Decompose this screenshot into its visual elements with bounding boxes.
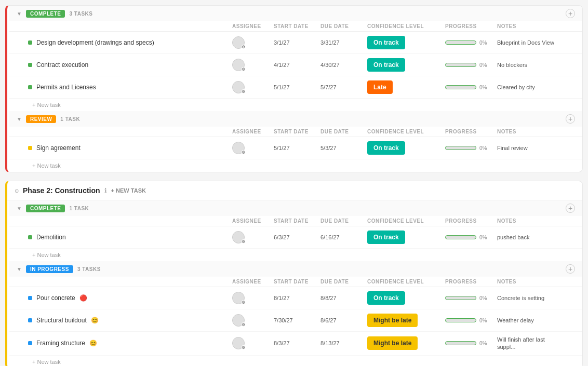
confidence-cell[interactable]: Might be late [367, 314, 445, 327]
col-actions [559, 23, 575, 29]
task-count: 3 TASKS [77, 266, 101, 272]
table-row: Pour concrete 🔴 8/1/27 8/8/27 On track 0… [9, 287, 582, 309]
new-task-link[interactable]: + New task [9, 99, 582, 111]
due-date: 8/8/27 [320, 295, 367, 301]
task-dot [28, 341, 32, 345]
confidence-button[interactable]: Might be late [367, 336, 418, 350]
task-name-cell: Sign agreement [28, 144, 232, 152]
task-name-label: Pour concrete [36, 294, 75, 302]
progress-percent: 0% [479, 85, 487, 90]
status-badge: COMPLETE [26, 10, 65, 18]
due-date: 5/3/27 [320, 145, 367, 151]
avatar[interactable] [232, 36, 245, 49]
confidence-cell[interactable]: Late [367, 80, 445, 94]
new-task-phase-button[interactable]: + NEW TASK [111, 187, 146, 194]
avatar[interactable] [232, 314, 245, 327]
notes-cell: Final review [497, 144, 559, 152]
assignee-cell[interactable] [232, 231, 274, 243]
notes-cell: pushed back [497, 234, 559, 241]
col-confidence: CONFIDENCE LEVEL [367, 23, 445, 29]
notes-cell: Will finish after last suppl... [497, 336, 559, 351]
progress-percent: 0% [479, 318, 487, 323]
progress-bar: 0% [445, 85, 497, 90]
assignee-cell[interactable] [232, 59, 274, 71]
add-task-icon[interactable]: + [566, 264, 575, 274]
col-confidence: CONFIDENCE LEVEL [367, 218, 445, 224]
new-task-link[interactable]: + New task [9, 249, 582, 261]
chevron-down-icon[interactable]: ▼ [17, 11, 22, 17]
new-task-link[interactable]: + New task [9, 356, 582, 366]
confidence-cell[interactable]: On track [367, 58, 445, 72]
phase-section: ▼ COMPLETE 3 TASKS + ASSIGNEE START DATE… [5, 5, 583, 172]
col-task [28, 129, 232, 134]
assignee-cell[interactable] [232, 36, 274, 49]
progress-percent: 0% [479, 235, 487, 240]
col-assignee: ASSIGNEE [232, 279, 274, 284]
notes-cell: No blockers [497, 61, 559, 69]
confidence-cell[interactable]: On track [367, 36, 445, 49]
confidence-button[interactable]: On track [367, 291, 405, 305]
progress-percent: 0% [479, 40, 487, 46]
assignee-cell[interactable] [232, 337, 274, 349]
task-dot [28, 318, 32, 322]
assignee-cell[interactable] [232, 314, 274, 327]
column-headers: ASSIGNEE START DATE DUE DATE CONFIDENCE … [9, 21, 582, 32]
confidence-button[interactable]: On track [367, 58, 405, 72]
avatar[interactable] [232, 231, 245, 243]
progress-bar: 0% [445, 235, 497, 240]
progress-bar-bg [445, 63, 476, 67]
new-task-link[interactable]: + New task [9, 159, 582, 172]
confidence-cell[interactable]: On track [367, 291, 445, 305]
due-date: 6/16/27 [320, 234, 367, 240]
progress-percent: 0% [479, 145, 487, 151]
progress-bar: 0% [445, 318, 497, 323]
phase-section: ⊙ Phase 2: Construction ℹ + NEW TASK ▼ C… [5, 181, 583, 366]
assignee-cell[interactable] [232, 292, 274, 304]
start-date: 5/1/27 [274, 84, 320, 90]
task-dot [28, 63, 32, 67]
avatar[interactable] [232, 81, 245, 93]
avatar[interactable] [232, 59, 245, 71]
col-assignee: ASSIGNEE [232, 129, 274, 134]
col-notes: NOTES [497, 129, 559, 134]
confidence-cell[interactable]: Might be late [367, 336, 445, 350]
add-task-icon[interactable]: + [566, 114, 575, 124]
chevron-down-icon[interactable]: ▼ [17, 116, 22, 122]
confidence-cell[interactable]: On track [367, 231, 445, 244]
chevron-down-icon[interactable]: ▼ [17, 266, 22, 272]
avatar[interactable] [232, 337, 245, 349]
add-task-icon[interactable]: + [566, 9, 575, 18]
col-duedate: DUE DATE [320, 218, 367, 224]
col-actions [559, 279, 575, 284]
confidence-button[interactable]: Late [367, 80, 393, 94]
task-name-cell: Design development (drawings and specs) [28, 39, 232, 46]
progress-bar-bg [445, 40, 476, 45]
avatar[interactable] [232, 292, 245, 304]
task-count: 3 TASKS [69, 11, 92, 17]
add-task-icon[interactable]: + [566, 204, 575, 213]
progress-bar: 0% [445, 145, 497, 151]
col-task [28, 279, 232, 284]
col-confidence: CONFIDENCE LEVEL [367, 279, 445, 284]
status-badge: IN PROGRESS [26, 265, 73, 273]
confidence-button[interactable]: On track [367, 141, 405, 155]
progress-percent: 0% [479, 341, 487, 346]
col-notes: NOTES [497, 218, 559, 224]
task-name-label: Structural buildout [36, 317, 87, 324]
due-date: 8/13/27 [320, 340, 367, 346]
chevron-down-icon[interactable]: ⊙ [15, 188, 19, 194]
info-icon[interactable]: ℹ [104, 187, 107, 194]
chevron-down-icon[interactable]: ▼ [17, 206, 22, 211]
confidence-cell[interactable]: On track [367, 141, 445, 155]
confidence-button[interactable]: On track [367, 231, 405, 244]
task-group: ▼ IN PROGRESS 3 TASKS + ASSIGNEE START D… [7, 261, 582, 366]
assignee-cell[interactable] [232, 81, 274, 93]
start-date: 5/1/27 [274, 145, 320, 151]
confidence-button[interactable]: On track [367, 36, 405, 49]
avatar[interactable] [232, 142, 245, 154]
col-progress: PROGRESS [445, 23, 497, 29]
confidence-button[interactable]: Might be late [367, 314, 418, 327]
assignee-cell[interactable] [232, 142, 274, 154]
task-name-label: Demolition [36, 234, 66, 241]
due-date: 5/7/27 [320, 84, 367, 90]
